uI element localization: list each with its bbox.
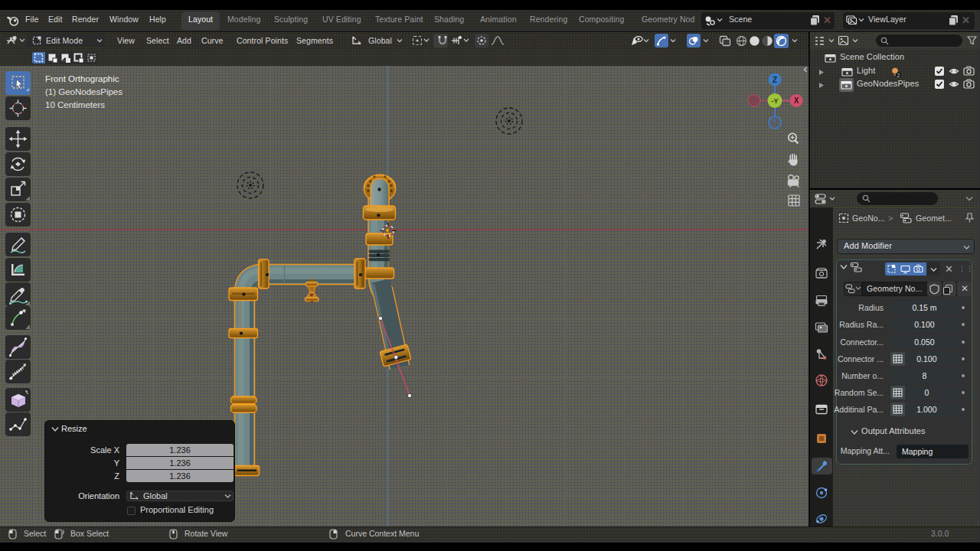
- svg-text:2: 2: [897, 73, 900, 78]
- svg-text:Front Orthographic: Front Orthographic: [45, 74, 119, 83]
- svg-text:10 Centimeters: 10 Centimeters: [45, 100, 105, 109]
- svg-text:X: X: [794, 96, 799, 105]
- svg-text:-Y: -Y: [772, 97, 779, 105]
- svg-text:Z: Z: [773, 76, 777, 84]
- svg-text:(1) GeoNodesPipes: (1) GeoNodesPipes: [45, 87, 122, 96]
